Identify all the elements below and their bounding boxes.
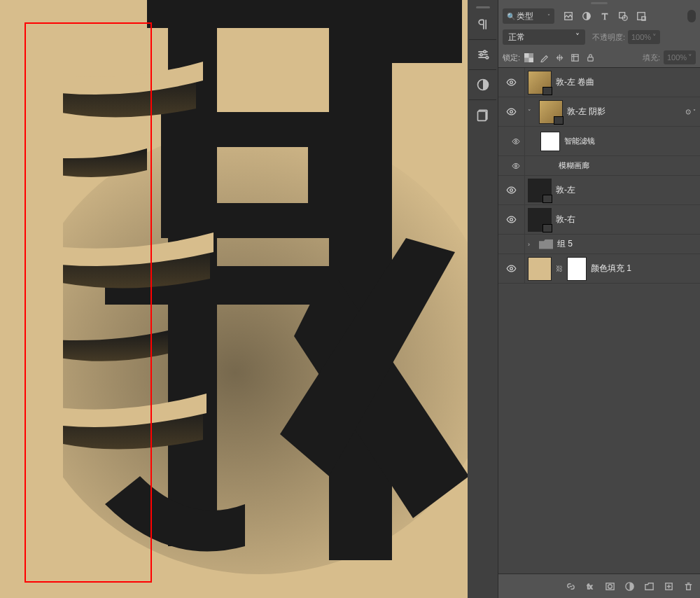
document-area[interactable] <box>0 0 468 598</box>
selection-marquee[interactable] <box>24 22 152 583</box>
svg-point-30 <box>608 584 612 588</box>
svg-point-23 <box>515 140 517 142</box>
blend-mode-value: 正常 <box>508 32 525 43</box>
svg-rect-14 <box>638 13 645 20</box>
expand-toggle[interactable]: › <box>528 241 535 248</box>
smart-filters-label[interactable]: 智能滤镜 <box>564 136 595 146</box>
lock-artboard-icon[interactable] <box>570 53 580 62</box>
layer-thumbnail[interactable] <box>539 100 563 124</box>
layer-name[interactable]: 组 5 <box>557 238 573 250</box>
visibility-toggle[interactable] <box>498 205 525 234</box>
blend-mode-dropdown[interactable]: 正常 ˅ <box>503 29 585 45</box>
new-layer-icon[interactable] <box>662 580 675 592</box>
svg-point-22 <box>510 111 513 113</box>
filter-toggle-switch[interactable] <box>687 10 696 22</box>
layer-row-smartfilter[interactable]: 智能滤镜 <box>498 127 700 156</box>
svg-point-21 <box>510 81 513 84</box>
fill-thumbnail[interactable] <box>528 257 552 281</box>
svg-point-27 <box>510 267 513 270</box>
visibility-toggle[interactable] <box>498 68 525 97</box>
blend-opacity-row: 正常 ˅ 不透明度: 100%˅ <box>498 27 700 48</box>
panel-grip[interactable] <box>468 4 498 10</box>
filter-item-name[interactable]: 模糊画廊 <box>559 160 589 171</box>
layer-name[interactable]: 敦-左 <box>556 184 575 196</box>
layer-name[interactable]: 敦-左 阴影 <box>567 106 606 118</box>
visibility-toggle[interactable] <box>498 254 525 283</box>
fill-value-field[interactable]: 100%˅ <box>664 50 696 64</box>
svg-rect-20 <box>587 57 592 61</box>
layer-mask-icon[interactable] <box>603 580 616 592</box>
effects-badge[interactable]: ⊙˅ <box>685 108 696 116</box>
layer-name[interactable]: 颜色填充 1 <box>591 263 631 274</box>
panel-grip[interactable] <box>498 0 700 6</box>
layer-row-filter-item[interactable]: 模糊画廊 <box>498 156 700 176</box>
visibility-toggle[interactable] <box>498 156 525 175</box>
layer-thumbnail[interactable] <box>528 71 552 95</box>
filter-adjustment-icon[interactable] <box>581 11 592 22</box>
layer-name[interactable]: 敦-左 卷曲 <box>556 76 594 88</box>
paragraph-panel-icon[interactable] <box>470 13 496 36</box>
svg-point-6 <box>486 57 488 59</box>
svg-point-5 <box>479 53 482 55</box>
mask-thumbnail[interactable] <box>567 257 587 281</box>
chevron-down-icon: ˅ <box>547 13 550 20</box>
layers-filter-row: 🔍类型 ˅ <box>498 6 700 27</box>
panels-column: 🔍类型 ˅ 正常 ˅ 不透明度: 100%˅ 锁定: <box>468 0 700 598</box>
filter-mask-thumbnail[interactable] <box>540 132 560 151</box>
canvas[interactable] <box>0 0 468 598</box>
lock-label: 锁定: <box>503 53 520 63</box>
layer-style-icon[interactable]: fx <box>584 580 596 592</box>
svg-point-26 <box>510 218 513 221</box>
adjustment-layer-icon[interactable] <box>623 580 636 592</box>
filter-smartobject-icon[interactable] <box>636 11 647 22</box>
layer-thumbnail[interactable] <box>528 208 552 232</box>
visibility-toggle[interactable] <box>498 176 525 204</box>
filter-label: 类型 <box>517 11 533 21</box>
contrast-panel-icon[interactable] <box>470 73 496 97</box>
layer-row[interactable]: ˅ 敦-左 阴影 ⊙˅ <box>498 97 700 127</box>
layer-row[interactable]: 敦-右 <box>498 205 700 235</box>
svg-rect-17 <box>524 53 529 58</box>
fill-label: 填充: <box>643 53 660 63</box>
svg-point-25 <box>510 189 513 192</box>
layer-row[interactable]: 敦-左 <box>498 176 700 205</box>
svg-rect-18 <box>528 57 533 62</box>
svg-rect-9 <box>477 111 486 120</box>
svg-point-24 <box>515 165 517 167</box>
svg-rect-19 <box>571 54 578 60</box>
lock-position-icon[interactable] <box>554 53 564 62</box>
layer-list: 敦-左 卷曲 ˅ 敦-左 阴影 ⊙˅ 智能滤镜 <box>498 67 700 574</box>
visibility-toggle[interactable] <box>498 97 525 126</box>
layer-row-fill[interactable]: ⛓ 颜色填充 1 <box>498 254 700 284</box>
layers-panel-footer: fx <box>498 574 700 598</box>
layer-row[interactable]: 敦-左 卷曲 <box>498 68 700 97</box>
visibility-toggle[interactable] <box>498 235 525 253</box>
svg-text:fx: fx <box>587 583 592 590</box>
lock-all-icon[interactable] <box>585 53 595 62</box>
collapsed-panel-strip <box>468 0 498 598</box>
expand-toggle[interactable]: ˅ <box>528 109 535 116</box>
layer-row-group[interactable]: › 组 5 <box>498 235 700 254</box>
svg-point-4 <box>483 50 485 53</box>
layer-name[interactable]: 敦-右 <box>556 214 575 225</box>
lock-fill-row: 锁定: 填充: 100%˅ <box>498 48 700 67</box>
lock-transparency-icon[interactable] <box>524 53 533 62</box>
layer-thumbnail[interactable] <box>528 179 552 202</box>
filter-type-dropdown[interactable]: 🔍类型 ˅ <box>503 8 554 24</box>
visibility-toggle[interactable] <box>498 127 525 155</box>
search-icon: 🔍 <box>507 13 515 20</box>
adjustments-panel-icon[interactable] <box>470 43 496 67</box>
filter-shape-icon[interactable] <box>617 11 629 22</box>
filter-pixel-icon[interactable] <box>563 11 574 22</box>
lock-pixels-icon[interactable] <box>539 53 549 62</box>
link-icon[interactable]: ⛓ <box>556 265 563 272</box>
link-layers-icon[interactable] <box>564 580 577 592</box>
filter-type-icon[interactable] <box>599 11 610 22</box>
delete-layer-icon[interactable] <box>682 580 694 592</box>
libraries-panel-icon[interactable] <box>470 103 496 127</box>
opacity-value-field[interactable]: 100%˅ <box>628 30 660 44</box>
chevron-down-icon: ˅ <box>575 32 580 42</box>
layers-panel: 🔍类型 ˅ 正常 ˅ 不透明度: 100%˅ 锁定: <box>498 0 700 598</box>
folder-icon <box>539 239 553 249</box>
new-group-icon[interactable] <box>643 580 655 592</box>
